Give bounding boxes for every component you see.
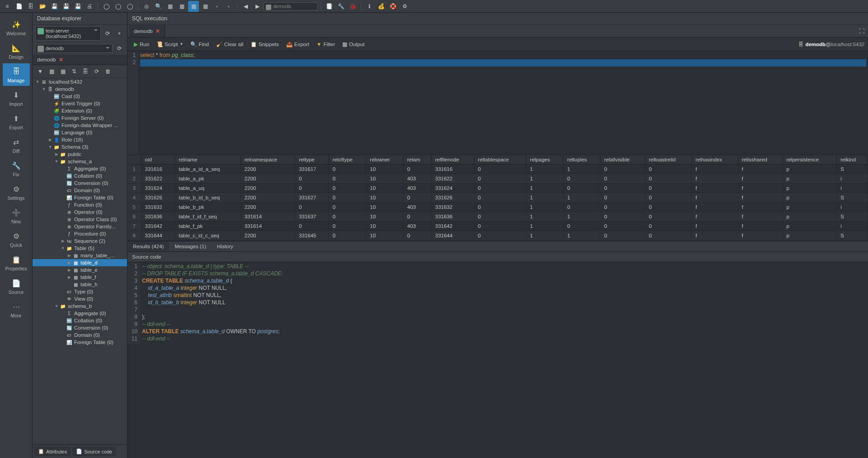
save-icon[interactable]: 💾 — [49, 1, 60, 12]
tree-item-function[interactable]: ƒFunction (0) — [33, 201, 127, 208]
expand-icon[interactable]: ▦ — [58, 66, 68, 76]
col-relnamespace[interactable]: relnamespace — [241, 155, 295, 165]
db-tree[interactable]: 🖥localhost:5432🗄demodb🔤Cast (0)⚡Event Tr… — [33, 78, 127, 444]
tree-item-operator[interactable]: ⊕Operator (0) — [33, 208, 127, 216]
nav-export[interactable]: ⬆Export — [3, 110, 30, 133]
tree-item-foreign_server[interactable]: 🌐Foreign Server (0) — [33, 114, 127, 122]
tree-item-type[interactable]: 🏷Type (0) — [33, 288, 127, 295]
toolbar-db-icon[interactable]: 🗄 — [80, 66, 90, 76]
chevron-icon[interactable] — [35, 80, 40, 84]
info-icon[interactable]: ℹ — [364, 1, 375, 12]
sort-icon[interactable]: ⇅ — [69, 66, 79, 76]
tool2-icon[interactable]: 🔧 — [335, 1, 346, 12]
table-row[interactable]: 7331642table_f_pk33161400104033316420100… — [127, 222, 868, 231]
undo-icon[interactable]: ◯ — [101, 1, 112, 12]
output-button[interactable]: ▦Output — [340, 39, 368, 49]
clear-button[interactable]: 🧹Clear all — [213, 39, 246, 49]
export-button[interactable]: 📤Export — [283, 39, 312, 49]
nav-design[interactable]: 📐Design — [3, 40, 30, 62]
tree-item-table_e[interactable]: ▦table_e — [33, 266, 127, 274]
table-row[interactable]: 8331644table_c_id_c_seq22003316450100331… — [127, 231, 868, 241]
save-all-icon[interactable]: 💾 — [72, 1, 83, 12]
nav-import[interactable]: ⬇Import — [3, 87, 30, 109]
new-file-icon[interactable]: 📄 — [14, 1, 24, 12]
snippets-button[interactable]: 📋Snippets — [248, 39, 282, 49]
new-db-icon[interactable]: 🗄 — [25, 1, 36, 12]
tree-item-db[interactable]: 🗄demodb — [33, 85, 127, 93]
tree-item-b_collation[interactable]: 🔤Collation (0) — [33, 317, 127, 324]
col-reltablespace[interactable]: reltablespace — [474, 155, 526, 165]
search-icon[interactable]: 🔍 — [153, 1, 164, 12]
grid2-icon[interactable]: ▦ — [176, 1, 187, 12]
lifebuoy-icon[interactable]: 🛟 — [387, 1, 398, 12]
table-row[interactable]: 4331626table_b_id_b_seq22003316270100331… — [127, 193, 868, 203]
chevron-icon[interactable] — [67, 253, 71, 258]
tab-history[interactable]: History — [212, 241, 239, 251]
print-icon[interactable]: 🖨 — [84, 1, 95, 12]
col-relowner[interactable]: relowner — [366, 155, 403, 165]
col-relisshared[interactable]: relisshared — [738, 155, 783, 165]
server-selector[interactable]: test-server (localhost:5432) — [35, 26, 101, 41]
collapse-icon[interactable]: ▦ — [47, 66, 57, 76]
col-reloftype[interactable]: reloftype — [329, 155, 366, 165]
prev-icon[interactable]: ◀ — [240, 1, 251, 12]
col-reltuples[interactable]: reltuples — [563, 155, 600, 165]
tree-item-operator_class[interactable]: ⊕Operator Class (0) — [33, 216, 127, 223]
target-icon[interactable]: ◎ — [141, 1, 152, 12]
tab-messages[interactable]: Messages (1) — [169, 241, 212, 251]
nav-quick[interactable]: ⚙Quick — [3, 228, 30, 250]
tab-results[interactable]: Results (424) — [127, 241, 169, 251]
tree-item-extension[interactable]: 🧩Extension (0) — [33, 107, 127, 114]
tree-item-cast[interactable]: 🔤Cast (0) — [33, 93, 127, 100]
tree-item-schema_a[interactable]: 📁schema_a — [33, 158, 127, 165]
tree-item-foreign_table[interactable]: 📊Foreign Table (0) — [33, 194, 127, 201]
hamburger-icon[interactable]: ≡ — [2, 1, 13, 12]
nav-welcome[interactable]: ✨Welcome — [3, 16, 30, 39]
add-server-icon[interactable]: + — [114, 28, 124, 38]
tree-item-table_d[interactable]: ▦table_d — [33, 259, 127, 266]
tree-item-many_table[interactable]: ▦many_table_... — [33, 252, 127, 259]
col-relkind[interactable]: relkind — [837, 155, 868, 165]
refresh-server-icon[interactable]: ⟳ — [103, 28, 113, 38]
table-row[interactable]: 3331624table_a_uq2200001040333162401000f… — [127, 184, 868, 193]
chevron-icon[interactable] — [54, 304, 59, 308]
col-relpages[interactable]: relpages — [526, 155, 563, 165]
col-reltoastrelid[interactable]: reltoastrelid — [645, 155, 692, 165]
nav-source[interactable]: 📄Source — [3, 275, 30, 297]
chevron-icon[interactable] — [54, 152, 59, 156]
explorer-tab[interactable]: demodb✕ — [33, 55, 127, 65]
layout2-icon[interactable]: ▫ — [223, 1, 234, 12]
history-icon[interactable]: ◯ — [124, 1, 135, 12]
chevron-icon[interactable] — [54, 159, 59, 164]
nav-more[interactable]: ⋯More — [3, 298, 30, 321]
col-relam[interactable]: relam — [403, 155, 431, 165]
tree-item-procedure[interactable]: ƒProcedure (0) — [33, 230, 127, 237]
tree-item-aggregate[interactable]: ΣAggregate (0) — [33, 165, 127, 172]
save-as-icon[interactable]: 💾 — [61, 1, 71, 12]
tree-item-operator_family[interactable]: ⊕Operator Family... — [33, 223, 127, 230]
results-grid-wrap[interactable]: oidrelnamerelnamespacereltypereloftypere… — [127, 155, 868, 241]
nav-new[interactable]: ➕New — [3, 204, 30, 227]
help-icon[interactable]: 💰 — [376, 1, 387, 12]
tree-item-sequence[interactable]: №Sequence (2) — [33, 237, 127, 245]
refresh-db-icon[interactable]: ⟳ — [114, 43, 124, 53]
tree-item-b_foreign_table[interactable]: 📊Foreign Table (0) — [33, 339, 127, 346]
chevron-icon[interactable] — [61, 239, 65, 243]
tree-item-b_conversion[interactable]: 🔄Conversion (0) — [33, 324, 127, 331]
col-relname[interactable]: relname — [175, 155, 241, 165]
tree-item-language[interactable]: 🔤Language (0) — [33, 129, 127, 136]
tree-item-collation[interactable]: 🔤Collation (0) — [33, 172, 127, 179]
settings-icon[interactable]: ⚙ — [399, 1, 410, 12]
grid1-icon[interactable]: ▦ — [165, 1, 175, 12]
tool3-icon[interactable]: 🐞 — [347, 1, 358, 12]
tree-item-role[interactable]: 👤Role (18) — [33, 136, 127, 143]
table-row[interactable]: 6331636table_f_id_f_seq33161433163701003… — [127, 212, 868, 222]
chevron-icon[interactable] — [42, 87, 46, 91]
col-relpersistence[interactable]: relpersistence — [783, 155, 837, 165]
tree-item-fdw[interactable]: 🌐Foreign-data Wrapper ... — [33, 122, 127, 129]
sql-editor[interactable]: 12 select * from pg_class; — [127, 51, 868, 155]
chevron-icon[interactable] — [61, 246, 65, 250]
run-button[interactable]: ▶Run — [131, 39, 152, 49]
tree-item-conversion[interactable]: 🔄Conversion (0) — [33, 179, 127, 187]
grid3-icon[interactable]: ▦ — [188, 1, 199, 12]
